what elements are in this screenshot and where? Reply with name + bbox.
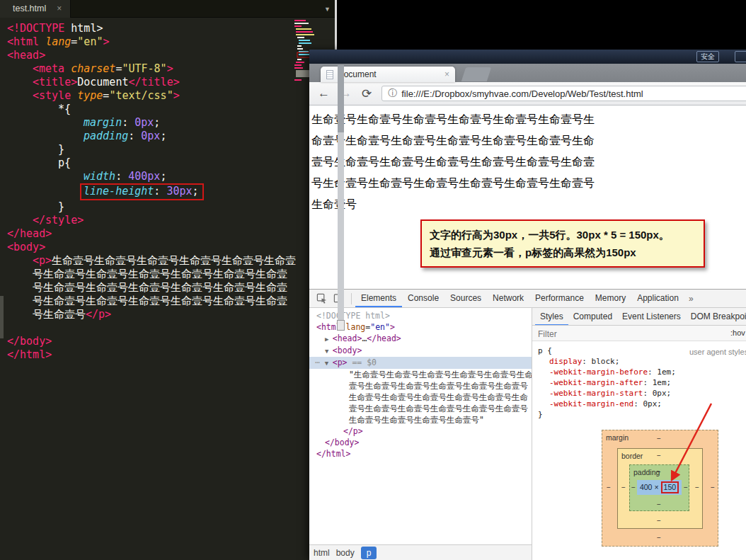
dom-tree-row[interactable]: ⋯ ▼ <p> == $0	[309, 357, 532, 369]
code-line: margin: 0px;	[0, 116, 337, 130]
devtools-tab-memory[interactable]: Memory	[590, 290, 631, 307]
browser-tabstrip: Document ×	[309, 64, 746, 82]
dom-tree-row[interactable]: </p>	[309, 425, 532, 437]
code-line: <meta charset="UTF-8">	[0, 62, 337, 76]
css-property[interactable]: display: block;	[538, 356, 746, 367]
tab-close-icon[interactable]: ×	[444, 69, 449, 79]
editor-scrollbar-button[interactable]	[337, 320, 345, 331]
box-model-value-dash: −	[657, 433, 661, 444]
dom-tree-row[interactable]: </body>	[309, 437, 532, 448]
box-model-value-dash: −	[657, 532, 661, 543]
css-property-name: -webkit-margin-after	[549, 378, 643, 387]
dom-tree-row[interactable]: 生命壹号生命壹号生命壹号生命壹号"	[309, 414, 532, 425]
editor-gutter-marker	[0, 296, 4, 338]
code-line: <body>	[0, 241, 337, 254]
elements-panel: <!DOCTYPE html><html lang="en">▶ <head>……	[309, 308, 532, 560]
url-text: file:///E:/Dropbox/smyhvae.com/Develop/W…	[401, 88, 643, 99]
code-editor-window: test.html × ▼ <!DOCTYPE html><html lang=…	[0, 0, 337, 560]
box-model-value-dash: −	[684, 482, 688, 493]
css-property-value: 1em	[657, 367, 671, 377]
editor-scrollbar[interactable]	[338, 65, 344, 326]
browser-toolbar: ← → ⟳ ⓘ file:///E:/Dropbox/smyhvae.com/D…	[309, 82, 746, 105]
sidebar-tab-event-listeners[interactable]: Event Listeners	[617, 308, 686, 326]
back-button[interactable]: ←	[318, 86, 330, 101]
page-info-icon[interactable]: ⓘ	[388, 87, 397, 100]
devtools-tab-console[interactable]: Console	[402, 290, 444, 307]
css-property[interactable]: -webkit-margin-end: 0px;	[538, 399, 746, 409]
code-line: <style type="text/css">	[0, 89, 337, 103]
margin-label: margin	[606, 433, 629, 443]
times-symbol: ×	[654, 482, 658, 493]
sidebar-tab-dom-breakpoints[interactable]: DOM Breakpoints	[686, 308, 746, 326]
editor-code[interactable]: <!DOCTYPE html><html lang="en"><head><me…	[0, 18, 337, 362]
new-tab-button[interactable]	[461, 67, 491, 81]
devtools-tab-performance[interactable]: Performance	[529, 290, 590, 307]
code-line: 号生命壹号</p>	[0, 308, 337, 321]
sidebar-tab-styles[interactable]: Styles	[535, 308, 568, 326]
code-line: <html lang="en">	[0, 35, 337, 49]
breadcrumb-item-html[interactable]: html	[314, 548, 330, 558]
dom-tree[interactable]: <!DOCTYPE html><html lang="en">▶ <head>……	[309, 308, 532, 544]
devtools-tab-network[interactable]: Network	[487, 290, 529, 307]
box-model-value-dash: −	[711, 482, 715, 493]
css-property-name: display	[549, 357, 582, 366]
address-bar[interactable]: ⓘ file:///E:/Dropbox/smyhvae.com/Develop…	[381, 86, 746, 101]
reload-button[interactable]: ⟳	[362, 86, 372, 101]
dom-tree-row[interactable]: "生命壹号生命壹号生命壹号生命壹号生命壹号生命	[309, 369, 532, 380]
code-line: 号生命壹号生命壹号生命壹号生命壹号生命壹号生命壹	[0, 295, 337, 308]
devtools-tab-application[interactable]: Application	[631, 290, 684, 307]
padding-label: padding	[633, 467, 660, 478]
sidebar-tab-computed[interactable]: Computed	[568, 308, 617, 326]
box-model-value-dash: −	[631, 482, 636, 493]
overflow-tabs-icon[interactable]: »	[684, 294, 698, 304]
code-line	[0, 321, 337, 335]
css-property[interactable]: -webkit-margin-start: 0px;	[538, 388, 746, 399]
paragraph-line: 壹号生命壹号生命壹号生命壹号生命壹号生命壹号生命壹	[311, 152, 746, 173]
page-paragraph: 生命壹号生命壹号生命壹号生命壹号生命壹号生命壹号生命壹号生命壹号生命壹号生命壹号…	[311, 109, 746, 215]
box-model-value-dash: −	[657, 467, 661, 477]
window-control-button[interactable]	[735, 51, 746, 62]
code-line: p{	[0, 156, 337, 170]
screenshot-root: test.html × ▼ <!DOCTYPE html><html lang=…	[0, 0, 746, 560]
code-line: <!DOCTYPE html>	[0, 22, 337, 35]
box-model[interactable]: margin border padding 400 × 150	[602, 430, 718, 547]
editor-tab-close-icon[interactable]: ×	[57, 0, 62, 18]
code-line: *{	[0, 103, 337, 116]
dom-tree-row[interactable]: ▼ <body>	[309, 345, 532, 357]
dom-tree-row[interactable]: </html>	[309, 448, 532, 459]
dom-tree-row[interactable]: 壹号生命壹号生命壹号生命壹号生命壹号生命壹号	[309, 380, 532, 392]
toolbar-separator	[351, 293, 352, 304]
css-property[interactable]: -webkit-margin-after: 1em;	[538, 377, 746, 388]
paragraph-line: 生命壹号	[311, 194, 746, 215]
breadcrumb-item-body[interactable]: body	[336, 548, 355, 558]
box-model-content[interactable]: 400 × 150	[637, 480, 682, 495]
inspect-element-icon[interactable]	[314, 292, 329, 306]
code-line: width: 400px;	[0, 170, 337, 183]
devtools-tab-elements[interactable]: Elements	[355, 290, 402, 307]
css-property-value: 0px	[653, 389, 667, 398]
css-properties: display: block;-webkit-margin-before: 1e…	[538, 356, 746, 409]
devtools-body: <!DOCTYPE html><html lang="en">▶ <head>……	[309, 308, 746, 560]
dom-tree-row[interactable]: ▶ <head>…</head>	[309, 333, 532, 345]
dom-tree-row[interactable]: 壹号生命壹号生命壹号生命壹号生命壹号生命壹号	[309, 403, 532, 414]
pseudo-state-toggle[interactable]: :hov	[730, 326, 745, 341]
css-property[interactable]: -webkit-margin-before: 1em;	[538, 367, 746, 377]
breadcrumb-item-p[interactable]: p	[361, 547, 377, 559]
editor-tab[interactable]: test.html ×	[0, 0, 71, 18]
security-button[interactable]: 安全	[696, 51, 719, 62]
code-line: </head>	[0, 227, 337, 241]
devtools-tab-sources[interactable]: Sources	[444, 290, 487, 307]
styles-pane: p { user agent stylesheet display: block…	[532, 341, 746, 560]
editor-scrollbar-thumb[interactable]	[338, 65, 344, 132]
css-selector[interactable]: p	[538, 346, 543, 355]
tab-list-dropdown-icon[interactable]: ▼	[324, 6, 331, 13]
filter-input[interactable]	[532, 329, 660, 339]
box-model-value-dash: −	[657, 450, 661, 461]
annotation-note-line1: 文字的行高为30px，一共5行。30px * 5 = 150px。	[430, 226, 696, 244]
styles-sidebar: StylesComputedEvent ListenersDOM Breakpo…	[532, 308, 746, 560]
stylesheet-origin[interactable]: user agent stylesheet	[689, 347, 746, 358]
styles-filter-bar: :hov	[532, 326, 746, 341]
css-rule-close: }	[538, 409, 746, 420]
code-line: <head>	[0, 49, 337, 62]
dom-tree-row[interactable]: 生命壹号生命壹号生命壹号生命壹号生命壹号生命	[309, 392, 532, 403]
